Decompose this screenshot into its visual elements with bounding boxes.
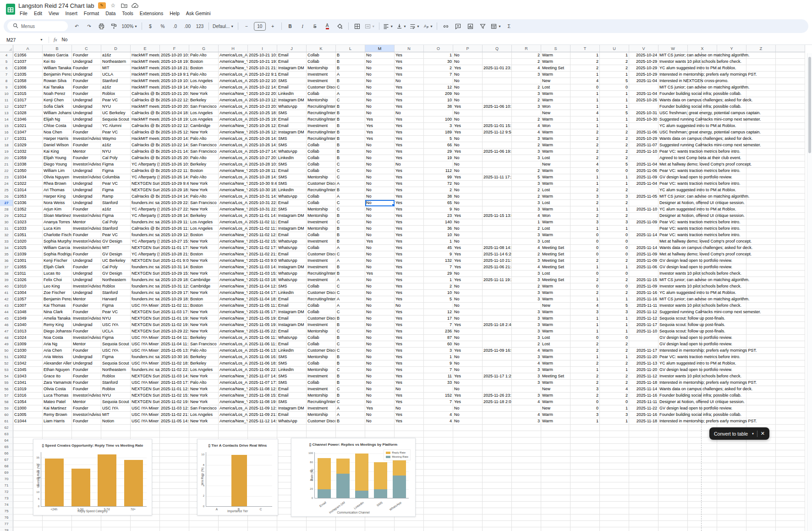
cell[interactable]: Figma (101, 335, 131, 341)
cell[interactable] (248, 527, 277, 531)
cell[interactable]: B (336, 226, 365, 232)
cell[interactable] (600, 450, 629, 457)
cell[interactable]: America/New_Y (219, 181, 248, 187)
cell[interactable]: No (453, 271, 483, 277)
cell[interactable]: founders.inc sal (131, 219, 160, 226)
cell[interactable]: a16z (101, 142, 131, 149)
cell[interactable] (424, 437, 453, 444)
cell[interactable]: Email (277, 200, 307, 206)
cell[interactable]: 2025-10-26 10:5 (160, 161, 189, 168)
cell[interactable]: C1028 (13, 110, 43, 116)
cell[interactable] (776, 425, 805, 431)
cell[interactable]: 2025-11-06 19:4 (483, 149, 512, 155)
cell[interactable]: 9 (424, 360, 453, 367)
cell[interactable]: Meeting Set (541, 373, 571, 380)
cell[interactable]: 2025-10-18 19:1 (160, 59, 189, 65)
cell[interactable] (776, 322, 805, 328)
cell[interactable]: Yes (453, 277, 483, 283)
cell[interactable]: B (336, 264, 365, 271)
cell[interactable] (101, 514, 131, 521)
cell[interactable]: 2025-11-06 21:4 (483, 264, 512, 271)
cell[interactable]: MIT (101, 245, 131, 251)
cell[interactable]: Mentorship (307, 206, 336, 213)
cell[interactable]: No (453, 232, 483, 238)
cell[interactable]: 2025-11-11 17:1 (483, 174, 512, 181)
cell[interactable]: B (336, 155, 365, 161)
cell[interactable]: C1043 (13, 373, 43, 380)
cell[interactable]: No (365, 360, 395, 367)
cell[interactable]: 2025-11-06 22:4 (248, 367, 277, 373)
cell[interactable]: Recruiting/Intern (307, 399, 336, 405)
cell[interactable] (658, 527, 688, 531)
cell[interactable]: Undergrad (72, 116, 101, 123)
cell[interactable]: 1 (571, 123, 600, 129)
cell[interactable]: A (336, 72, 365, 78)
cell[interactable] (483, 84, 512, 91)
cell[interactable] (688, 495, 717, 502)
cell[interactable] (688, 489, 717, 495)
cell[interactable] (629, 457, 658, 463)
cell[interactable]: 2025-10-29 (629, 72, 658, 78)
cell[interactable]: Founder (72, 155, 101, 161)
cell[interactable] (746, 341, 776, 348)
cell[interactable] (746, 181, 776, 187)
cell[interactable]: No (365, 181, 395, 187)
cell[interactable]: San Francisco (189, 200, 219, 206)
cell[interactable] (131, 425, 160, 431)
cell[interactable]: C1010 (13, 283, 43, 290)
cell[interactable]: C1035 (13, 72, 43, 78)
cell[interactable] (512, 431, 541, 437)
cell[interactable] (776, 65, 805, 72)
cell[interactable]: NEXTGEN Sum (131, 328, 160, 335)
cell[interactable]: B (336, 78, 365, 84)
cell[interactable]: 2025-11-06 18:3 (248, 360, 277, 367)
cell[interactable] (43, 514, 72, 521)
cell[interactable]: 2025-10-22 14:1 (160, 142, 189, 149)
cell[interactable]: C1052 (13, 206, 43, 213)
cell[interactable]: Warm (541, 328, 571, 335)
cell[interactable]: C1020 (13, 238, 43, 245)
cell[interactable]: No (365, 328, 395, 335)
column-header-B[interactable]: B (43, 45, 72, 52)
cell[interactable] (746, 213, 776, 219)
cell[interactable]: America/New_Y (219, 187, 248, 194)
cell[interactable]: Cambridge (189, 123, 219, 129)
cell[interactable]: USC IYA Mixer ( (131, 335, 160, 341)
cell[interactable] (600, 489, 629, 495)
cell[interactable]: USC IYA Mixer ( (131, 360, 160, 367)
cell[interactable] (72, 425, 101, 431)
cell[interactable] (776, 495, 805, 502)
cell[interactable]: 1 (571, 116, 600, 123)
cell[interactable]: Email (277, 123, 307, 129)
cell[interactable] (277, 521, 307, 527)
cell[interactable]: Cal Poly (101, 264, 131, 271)
cell[interactable]: 3 (512, 380, 541, 386)
table-views-icon[interactable]: ▼ (490, 21, 502, 31)
cell[interactable] (600, 437, 629, 444)
cell[interactable] (600, 425, 629, 431)
cell[interactable]: 4 (424, 412, 453, 418)
cell[interactable]: Warm (541, 296, 571, 303)
cell[interactable]: Email (277, 116, 307, 123)
cell[interactable]: Warm (541, 367, 571, 373)
cell[interactable]: Email (277, 232, 307, 238)
cell[interactable]: Yes (395, 393, 424, 399)
cell[interactable] (776, 271, 805, 277)
cell[interactable]: America/Los_An (219, 360, 248, 367)
cell[interactable]: Founder (72, 251, 101, 258)
cell[interactable]: WhatsApp (277, 277, 307, 283)
cell[interactable]: Mentorship (307, 174, 336, 181)
cell[interactable] (629, 84, 658, 91)
cell[interactable]: 2025-11-03 18:1 (248, 277, 277, 283)
cell[interactable]: Notion (101, 418, 131, 425)
cell[interactable]: Yes (453, 104, 483, 110)
cell[interactable]: No (365, 194, 395, 200)
cell[interactable]: GV Design (101, 251, 131, 258)
cell[interactable]: 2 (512, 168, 541, 174)
cell[interactable]: 2025-11-05 19:1 (248, 315, 277, 322)
redo-icon[interactable]: ↷ (84, 21, 95, 31)
cell[interactable]: WhatsApp (277, 194, 307, 200)
cell[interactable] (746, 200, 776, 206)
cell[interactable] (365, 431, 395, 437)
cell[interactable] (746, 194, 776, 200)
